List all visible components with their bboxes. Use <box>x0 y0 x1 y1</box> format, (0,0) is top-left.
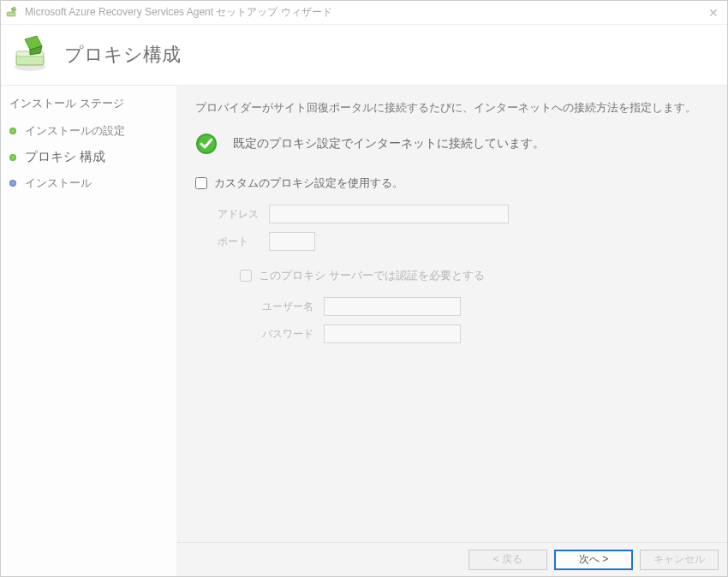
use-custom-proxy-row[interactable]: カスタムのプロキシ設定を使用する。 <box>195 175 708 191</box>
close-icon[interactable]: ✕ <box>705 6 722 20</box>
stage-label: インストール <box>25 175 92 191</box>
header-icon <box>9 34 51 75</box>
wizard-window: Microsoft Azure Recovery Services Agent … <box>0 0 728 577</box>
stage-item-install[interactable]: インストール <box>1 170 176 196</box>
auth-block: このプロキシ サーバーでは認証を必要とする ユーザー名 パスワード <box>218 268 708 343</box>
connection-status-row: 既定のプロキシ設定でインターネットに接続しています。 <box>195 133 708 155</box>
username-row: ユーザー名 <box>262 297 708 316</box>
password-row: パスワード <box>262 324 708 343</box>
window-title: Microsoft Azure Recovery Services Agent … <box>25 5 705 20</box>
proxy-settings-block: アドレス ポート このプロキシ サーバーでは認証を必要とする <box>195 205 708 343</box>
stage-header: インストール ステージ <box>1 91 176 118</box>
wizard-footer: < 戻る 次へ > キャンセル <box>176 542 727 576</box>
stage-dot-icon <box>9 154 16 161</box>
auth-required-label: このプロキシ サーバーでは認証を必要とする <box>259 268 485 283</box>
username-input[interactable] <box>324 297 461 316</box>
cancel-button[interactable]: キャンセル <box>640 550 719 570</box>
svg-rect-0 <box>7 12 15 16</box>
page-title: プロキシ構成 <box>64 42 181 68</box>
success-check-icon <box>195 133 218 155</box>
address-input[interactable] <box>269 205 509 223</box>
stage-dot-icon <box>9 180 16 187</box>
port-input[interactable] <box>269 232 315 251</box>
auth-required-row[interactable]: このプロキシ サーバーでは認証を必要とする <box>240 268 708 283</box>
auth-required-checkbox[interactable] <box>240 270 252 282</box>
connection-status-text: 既定のプロキシ設定でインターネットに接続しています。 <box>233 136 545 152</box>
stage-dot-icon <box>9 128 16 134</box>
stage-label: プロキシ 構成 <box>25 149 105 165</box>
use-custom-proxy-label: カスタムのプロキシ設定を使用する。 <box>214 175 403 191</box>
stage-label: インストールの設定 <box>25 123 125 139</box>
password-input[interactable] <box>324 324 461 343</box>
wizard-body: インストール ステージ インストールの設定 プロキシ 構成 インストール プロバ… <box>1 85 727 576</box>
port-row: ポート <box>218 232 708 251</box>
use-custom-proxy-checkbox[interactable] <box>195 177 207 189</box>
stage-item-proxy-config[interactable]: プロキシ 構成 <box>1 144 176 170</box>
address-label: アドレス <box>218 207 269 222</box>
wizard-main: プロバイダーがサイト回復ポータルに接続するたびに、インターネットへの接続方法を指… <box>176 85 727 576</box>
wizard-header: プロキシ構成 <box>1 25 727 85</box>
back-button[interactable]: < 戻る <box>468 550 547 570</box>
app-icon <box>6 6 20 20</box>
stage-sidebar: インストール ステージ インストールの設定 プロキシ 構成 インストール <box>1 85 176 576</box>
intro-text: プロバイダーがサイト回復ポータルに接続するたびに、インターネットへの接続方法を指… <box>195 101 708 116</box>
title-bar: Microsoft Azure Recovery Services Agent … <box>1 1 727 25</box>
content-area: プロバイダーがサイト回復ポータルに接続するたびに、インターネットへの接続方法を指… <box>176 86 727 542</box>
username-label: ユーザー名 <box>262 300 324 314</box>
auth-fields: ユーザー名 パスワード <box>240 297 708 343</box>
next-button[interactable]: 次へ > <box>554 550 633 570</box>
password-label: パスワード <box>262 327 324 342</box>
address-row: アドレス <box>218 205 708 223</box>
port-label: ポート <box>218 235 269 249</box>
stage-item-install-settings[interactable]: インストールの設定 <box>1 118 176 144</box>
